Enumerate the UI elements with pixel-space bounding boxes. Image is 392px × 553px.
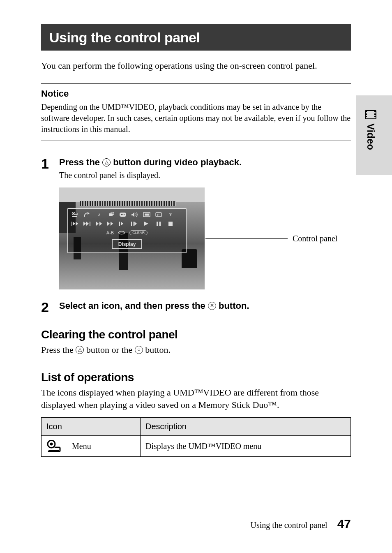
step-2-pre: Select an icon, and then press the: [59, 301, 208, 311]
next-icon: [83, 220, 91, 227]
clearing-post: button.: [143, 345, 171, 355]
step-1-sub: The control panel is displayed.: [59, 171, 351, 180]
ab-repeat-label: A-B: [106, 230, 114, 235]
notice-heading: Notice: [41, 88, 351, 99]
page-title: Using the control panel: [41, 24, 351, 51]
svg-rect-19: [168, 222, 173, 226]
prev-icon: [71, 220, 79, 227]
operations-intro: The icons displayed when playing a UMD™V…: [41, 386, 351, 411]
svg-point-1: [73, 213, 74, 214]
intro-paragraph: You can perform the following operations…: [41, 60, 351, 72]
th-icon: Icon: [42, 418, 141, 436]
step-1-pre: Press the: [59, 157, 102, 167]
pause-icon: [155, 220, 162, 227]
row1-desc: Displays the UMD™VIDEO menu: [140, 436, 350, 457]
clearing-body: Press the △ button or the ○ button.: [41, 344, 351, 356]
volume-icon: [131, 211, 138, 218]
th-description: Description: [140, 418, 350, 436]
fast-forward-icon: [107, 220, 115, 227]
notice-rule-top: [41, 83, 351, 84]
triangle-button-icon: △: [102, 158, 111, 167]
svg-rect-13: [90, 222, 90, 226]
row1-label: Menu: [72, 442, 91, 451]
cross-button-icon: ✕: [208, 302, 216, 310]
notice-body: Depending on the UMD™VIDEO, playback con…: [41, 102, 351, 135]
info-icon: i+: [155, 211, 162, 218]
clearing-mid: button or the: [84, 345, 134, 355]
screen-icon: [143, 211, 150, 218]
clearing-pre: Press the: [41, 345, 76, 355]
step-2-heading: Select an icon, and then press the ✕ but…: [59, 300, 351, 312]
play-icon: [143, 220, 150, 227]
table-header-row: Icon Description: [42, 418, 351, 436]
step-1-heading: Press the △ button during video playback…: [59, 157, 351, 169]
film-icon: [365, 110, 376, 119]
svg-rect-17: [157, 222, 158, 226]
side-tab-label: Video: [365, 110, 376, 150]
notice-rule-bottom: [41, 141, 351, 141]
svg-rect-14: [119, 222, 120, 226]
step-2: 2 Select an icon, and then press the ✕ b…: [41, 300, 351, 314]
svg-rect-18: [159, 222, 161, 226]
svg-point-6: [122, 214, 123, 215]
svg-rect-9: [145, 214, 149, 216]
callout-label: Control panel: [293, 234, 337, 243]
svg-point-22: [50, 443, 53, 446]
step-2-number: 2: [41, 300, 52, 314]
help-icon: ?: [167, 211, 174, 218]
footer-title: Using the control panel: [250, 521, 327, 530]
menu-icon: [71, 211, 79, 218]
control-panel-screenshot: ♪: [59, 187, 205, 289]
step-1-post: button during video playback.: [111, 157, 242, 167]
table-row: Menu Displays the UMD™VIDEO menu: [42, 436, 351, 457]
goto-icon: [83, 211, 91, 218]
clearing-heading: Clearing the control panel: [41, 328, 351, 341]
angle-icon: [107, 211, 115, 218]
rewind-icon: [95, 220, 103, 227]
menu-umd-icon: [46, 440, 61, 452]
page-footer: Using the control panel 47: [41, 517, 351, 531]
side-tab-text: Video: [365, 123, 376, 150]
step-1-number: 1: [41, 157, 52, 171]
audio-icon: ♪: [95, 211, 103, 218]
svg-point-5: [121, 214, 122, 215]
step-2-post: button.: [216, 301, 249, 311]
repeat-icon: [118, 229, 125, 236]
callout-line: [205, 238, 288, 239]
step-1: 1 Press the △ button during video playba…: [41, 157, 351, 290]
svg-rect-12: [71, 222, 72, 226]
svg-rect-23: [48, 450, 59, 452]
svg-point-20: [119, 231, 125, 234]
control-panel-overlay: ♪: [67, 208, 187, 253]
operations-heading: List of operations: [41, 371, 351, 384]
circle-button-icon: ○: [135, 346, 143, 354]
triangle-button-icon: △: [76, 346, 84, 354]
display-button-label: Display: [112, 239, 143, 249]
clear-button-label: CLEAR: [129, 230, 148, 235]
subtitle-icon: [119, 211, 127, 218]
slow-back-icon: [119, 220, 127, 227]
svg-point-7: [124, 214, 125, 215]
footer-page-number: 47: [337, 517, 351, 531]
slow-forward-icon: [131, 220, 138, 227]
operations-table: Icon Description Menu Displa: [41, 417, 351, 457]
svg-rect-15: [131, 222, 132, 226]
stop-icon: [167, 220, 174, 227]
svg-rect-16: [133, 222, 134, 226]
svg-text:i+: i+: [157, 213, 160, 217]
